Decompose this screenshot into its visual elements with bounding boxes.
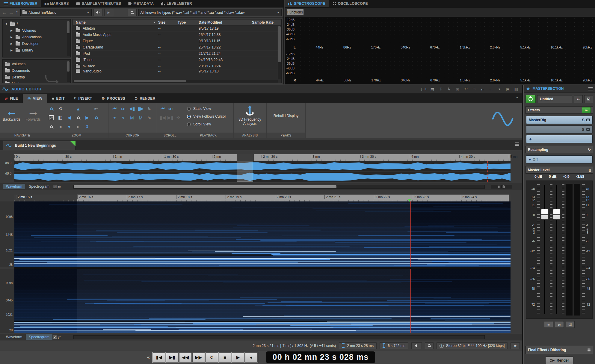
zoom-edge-icon[interactable]: ⇤: [94, 106, 98, 111]
zoom-widget[interactable]: [491, 185, 512, 189]
up-folder-button[interactable]: ↑: [16, 9, 19, 16]
selection-length[interactable]: 6 s 742 ms: [380, 342, 408, 349]
tree-item-volumes[interactable]: ▶ Volumes: [3, 27, 70, 34]
fast-forward-button[interactable]: ▶▶: [192, 352, 205, 363]
tab-render[interactable]: ƆRENDER: [130, 94, 160, 103]
swap-views-icon[interactable]: ⇄: [58, 184, 61, 189]
zoom-selection-icon[interactable]: [50, 107, 53, 110]
preset-options-button[interactable]: ☑: [584, 95, 593, 103]
cursor-sel-end-icon[interactable]: ⩔: [122, 115, 124, 120]
redo-icon[interactable]: ↷: [471, 87, 478, 91]
edit-cursor-time[interactable]: 2 mn 23 s 28 ms: [339, 342, 377, 349]
effects-chain-button[interactable]: ∞: [582, 107, 591, 113]
audition-button[interactable]: [93, 9, 102, 16]
zoom-in-horizontal-icon[interactable]: ▶: [85, 115, 89, 120]
tree-item-applications[interactable]: ▶ Applications: [3, 34, 70, 40]
spectrogram-channel-left[interactable]: [14, 201, 511, 267]
favorites-button[interactable]: ★: [511, 342, 520, 349]
zoom-time-icon[interactable]: [95, 116, 98, 119]
zoom-out-vertical-icon[interactable]: ▼: [67, 124, 72, 129]
zoom-fit-icon[interactable]: ⤢: [49, 115, 54, 120]
overview-waveform[interactable]: dB 0 dB 0: [14, 161, 511, 182]
file-row[interactable]: iPod -- 21/7/12 21:24: [73, 51, 281, 57]
resampling-slot[interactable]: » Off: [526, 155, 593, 163]
file-format-info[interactable]: i Stereo 32 bit F 44 100 Hz [320 kbps]: [437, 342, 508, 349]
time-display[interactable]: 00 h 02 mn 23 s 028 ms: [266, 351, 375, 363]
cursor-file-end-icon[interactable]: ⏭: [121, 106, 126, 111]
cursor-next-icon[interactable]: ▮▶: [138, 106, 144, 111]
record-icon[interactable]: ◉: [454, 87, 461, 91]
cursor-zero-crossing-icon[interactable]: ∿: [147, 115, 151, 120]
maximize-icon[interactable]: ▣: [504, 87, 511, 91]
shortcut-documents[interactable]: Documents: [3, 67, 70, 74]
back-button[interactable]: ←: [2, 10, 7, 16]
expander-icon[interactable]: ▶: [10, 36, 13, 39]
tab-spectroscope[interactable]: SPECTROSCOPE: [285, 0, 329, 7]
zoom-audition-icon[interactable]: [50, 125, 53, 128]
go-start-button[interactable]: ▮◀: [153, 352, 165, 363]
link-faders-button[interactable]: ∞: [555, 321, 564, 328]
file-row[interactable]: iTunes -- 24/10/18 22:43: [73, 57, 281, 63]
overview-time-ruler[interactable]: 0 s 30 s 1 mn 1 mn 30 s 2 mn 2 mn 30 s 3…: [14, 154, 511, 161]
column-date-modified[interactable]: Date Modified: [199, 20, 241, 25]
tab-list-menu-icon[interactable]: [515, 142, 519, 146]
path-dropdown[interactable]: /Users/Tim/Music ▼: [20, 9, 92, 16]
new-file-icon[interactable]: ▢+: [420, 87, 428, 91]
expander-icon[interactable]: ▶: [10, 49, 13, 52]
rewind-button[interactable]: ◀◀: [179, 352, 192, 363]
backwards-button[interactable]: ← Backwards: [1, 103, 22, 133]
radio-scroll-view[interactable]: Scroll View: [187, 120, 233, 128]
zoom-status-button[interactable]: [425, 342, 434, 349]
master-level-header[interactable]: Master Level ▯: [525, 166, 593, 174]
panel-menu-icon[interactable]: [588, 87, 593, 90]
sync-check-icon[interactable]: ✓: [53, 185, 57, 188]
view-range-box[interactable]: [237, 161, 253, 182]
overview-hscrollbar[interactable]: [73, 185, 485, 189]
effect-slot-2-empty[interactable]: S: [526, 125, 593, 134]
expander-icon[interactable]: ▶: [10, 29, 13, 32]
tab-view[interactable]: ◎VIEW: [23, 94, 47, 103]
spectrogram-channel-right[interactable]: [14, 269, 511, 333]
zoom-small-left-icon[interactable]: ◀: [59, 125, 61, 129]
document-tab[interactable]: Build 1 New Beginnings: [3, 141, 75, 150]
tab-levelmeter[interactable]: LEVELMETER: [157, 0, 196, 7]
go-end-button[interactable]: ▶▮: [166, 352, 179, 363]
preset-field[interactable]: Untitled: [537, 95, 572, 103]
tab-waveform[interactable]: Waveform: [3, 334, 25, 340]
file-row[interactable]: Ableton -- 9/5/17 13:19: [73, 25, 281, 32]
column-name[interactable]: Name▲: [73, 20, 158, 25]
column-size[interactable]: Size: [158, 20, 178, 25]
scroll-end-icon[interactable]: ⏭: [168, 106, 173, 111]
file-row[interactable]: GarageBand -- 25/4/17 13:22: [73, 44, 281, 51]
save-icon[interactable]: ↧: [437, 87, 444, 91]
scroll-center-icon[interactable]: ✛: [176, 115, 180, 120]
functions-button[interactable]: Functions: [286, 9, 304, 16]
shortcut-volumes[interactable]: Volumes: [3, 61, 70, 67]
meter-menu-button[interactable]: ≡: [544, 321, 553, 328]
expander-open-icon[interactable]: ▼: [5, 22, 8, 25]
record-button[interactable]: ●: [245, 352, 258, 363]
fader-handle-left[interactable]: [541, 209, 548, 220]
tab-metadata[interactable]: METADATA: [125, 0, 157, 7]
nav-forward-icon[interactable]: →: [487, 86, 495, 92]
ribbon-collapse-icon[interactable]: ⌃: [512, 96, 522, 101]
file-row[interactable]: n-Track -- 20/3/17 18:24: [73, 63, 281, 69]
render-button[interactable]: Ɔ▸ Render: [545, 357, 573, 364]
file-type-filter[interactable]: All known file types (*.wav *.aif *.aiff…: [138, 9, 282, 16]
expander-icon[interactable]: ▶: [10, 42, 13, 45]
zoom-level-icon[interactable]: ⇕: [85, 124, 89, 129]
tab-sample-attributes[interactable]: SAMPLEATTRIBUTES: [73, 0, 125, 7]
radio-static-view[interactable]: Static View: [187, 105, 233, 113]
cursor-sel-start-icon[interactable]: ⩔: [113, 115, 116, 120]
zoom-100-icon[interactable]: [77, 116, 80, 119]
layout-icon[interactable]: ▥: [513, 87, 520, 91]
final-effect-header[interactable]: Final Effect / Dithering: [525, 346, 593, 354]
file-row[interactable]: Audio Music Apps -- 25/4/17 12:38: [73, 32, 281, 38]
view-range-ruler-segment[interactable]: [237, 154, 254, 161]
cursor-edit-icon[interactable]: ↳: [147, 106, 151, 111]
file-list-hscrollbar[interactable]: [73, 80, 278, 83]
unlock-button[interactable]: ⚿: [566, 321, 575, 328]
scroll-sel-icon[interactable]: ▶▮: [167, 115, 173, 120]
scroll-cursor-icon[interactable]: ▮◀: [160, 115, 166, 120]
zoom-small-right-icon[interactable]: ▶: [77, 125, 79, 129]
